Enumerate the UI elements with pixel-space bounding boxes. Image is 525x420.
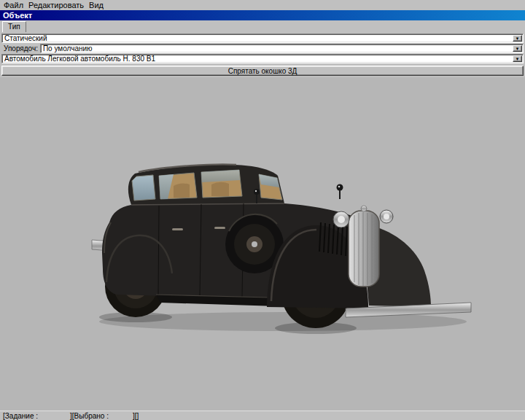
- title-bar[interactable]: Объект: [0, 10, 525, 20]
- order-label: Упорядоч:: [1, 44, 38, 52]
- tab-strip: Тип: [0, 20, 525, 32]
- object-panel: Статический ▼ Упорядоч: По умолчанию ▼ А…: [0, 32, 525, 77]
- rear-quarter-window: [132, 175, 155, 201]
- chevron-down-icon[interactable]: ▼: [513, 35, 522, 42]
- status-extra: ][]: [133, 412, 139, 420]
- grille: [349, 206, 379, 287]
- 3d-viewport[interactable]: [0, 77, 525, 411]
- menu-view[interactable]: Вид: [89, 1, 104, 9]
- menu-file[interactable]: Файл: [4, 1, 23, 9]
- seat: [211, 182, 229, 196]
- hide-3d-button[interactable]: Спрятать окошко 3Д: [1, 66, 524, 76]
- glass-reflection: [201, 170, 240, 182]
- status-bar: [Задание : ][Выбрано : ][]: [0, 411, 525, 420]
- seat: [174, 183, 190, 198]
- status-task: [Задание :: [3, 412, 70, 420]
- order-row: Упорядоч: По умолчанию ▼: [1, 44, 524, 53]
- menu-edit[interactable]: Редактировать: [28, 1, 84, 9]
- window-title: Объект: [3, 11, 32, 20]
- door-handle: [172, 228, 183, 230]
- type-row: Статический ▼: [1, 34, 524, 43]
- menu-bar: Файл Редактировать Вид: [0, 0, 525, 10]
- object-combobox-value: Автомобиль Легковой автомобиль H. 830 B1: [4, 55, 155, 63]
- object-row: Автомобиль Легковой автомобиль H. 830 B1…: [1, 54, 524, 63]
- order-combobox-value: По умолчанию: [43, 44, 93, 52]
- type-combobox-value: Статический: [4, 34, 47, 42]
- status-selected: ][Выбрано :: [70, 412, 133, 420]
- app-window: Файл Редактировать Вид Объект Тип Статич…: [0, 0, 525, 420]
- type-combobox[interactable]: Статический ▼: [1, 34, 524, 43]
- hood-ornament: [361, 206, 367, 211]
- door-handle: [214, 227, 225, 229]
- chevron-down-icon[interactable]: ▼: [513, 45, 522, 52]
- car-render: [86, 158, 476, 344]
- object-combobox[interactable]: Автомобиль Легковой автомобиль H. 830 B1…: [1, 54, 524, 63]
- order-combobox[interactable]: По умолчанию ▼: [40, 44, 524, 53]
- chevron-down-icon[interactable]: ▼: [513, 55, 522, 62]
- tab-type[interactable]: Тип: [2, 21, 26, 32]
